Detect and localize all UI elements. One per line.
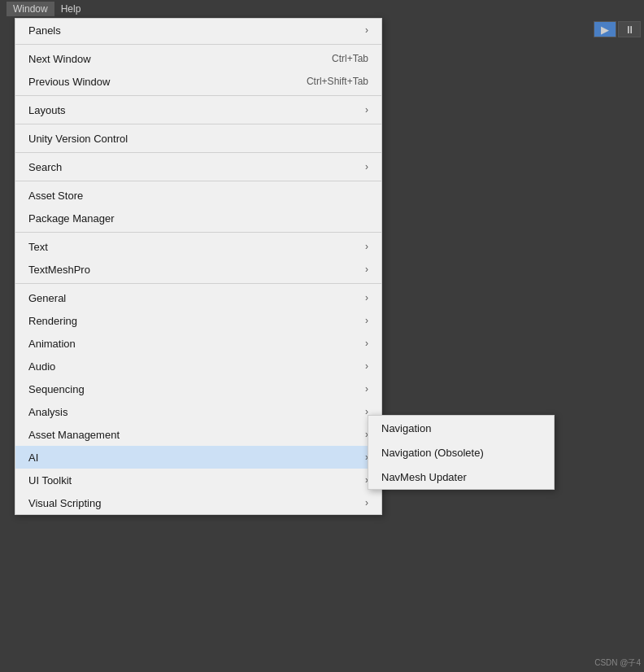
unity-version-control-label: Unity Version Control <box>28 133 368 145</box>
audio-arrow-icon: › <box>365 360 368 372</box>
play-button[interactable]: ▶ <box>594 21 616 37</box>
animation-label: Animation <box>28 338 359 350</box>
menu-item-analysis[interactable]: Analysis › <box>15 400 381 423</box>
menu-item-previous-window[interactable]: Previous Window Ctrl+Shift+Tab <box>15 70 381 93</box>
divider-2 <box>15 95 381 96</box>
ai-label: AI <box>28 452 359 464</box>
textmeshpro-label: TextMeshPro <box>28 264 359 276</box>
package-manager-label: Package Manager <box>28 212 368 225</box>
animation-arrow-icon: › <box>365 338 368 349</box>
audio-label: Audio <box>28 360 359 373</box>
next-window-label: Next Window <box>28 53 299 65</box>
menu-item-panels[interactable]: Panels › <box>15 19 381 41</box>
layouts-arrow-icon: › <box>365 104 368 116</box>
menu-item-unity-version-control[interactable]: Unity Version Control <box>15 127 381 150</box>
general-label: General <box>28 292 359 304</box>
window-dropdown-menu: Panels › Next Window Ctrl+Tab Previous W… <box>15 18 382 515</box>
top-menubar: Window Help <box>0 0 644 18</box>
ai-submenu: Navigation Navigation (Obsolete) NavMesh… <box>368 415 555 490</box>
menu-item-next-window[interactable]: Next Window Ctrl+Tab <box>15 47 381 70</box>
menu-item-textmeshpro[interactable]: TextMeshPro › <box>15 258 381 281</box>
previous-window-shortcut: Ctrl+Shift+Tab <box>307 76 368 87</box>
divider-6 <box>15 232 381 233</box>
menu-item-text[interactable]: Text › <box>15 235 381 258</box>
navigation-label: Navigation <box>381 422 541 434</box>
visual-scripting-arrow-icon: › <box>365 497 368 508</box>
divider-4 <box>15 152 381 153</box>
sequencing-label: Sequencing <box>28 383 359 395</box>
menu-item-visual-scripting[interactable]: Visual Scripting › <box>15 491 381 514</box>
text-arrow-icon: › <box>365 241 368 252</box>
asset-management-label: Asset Management <box>28 429 359 441</box>
submenu-item-navigation[interactable]: Navigation <box>368 416 554 440</box>
visual-scripting-label: Visual Scripting <box>28 497 359 509</box>
divider-1 <box>15 44 381 45</box>
general-arrow-icon: › <box>365 292 368 303</box>
menu-item-panels-label: Panels <box>28 24 359 37</box>
menu-item-rendering[interactable]: Rendering › <box>15 309 381 332</box>
sequencing-arrow-icon: › <box>365 383 368 395</box>
submenu-item-navigation-obsolete[interactable]: Navigation (Obsolete) <box>368 440 554 465</box>
menu-item-animation[interactable]: Animation › <box>15 332 381 355</box>
menu-item-asset-store[interactable]: Asset Store <box>15 184 381 207</box>
analysis-label: Analysis <box>28 406 359 418</box>
textmeshpro-arrow-icon: › <box>365 264 368 275</box>
pause-button[interactable]: ⏸ <box>618 21 641 37</box>
layouts-label: Layouts <box>28 104 359 116</box>
menu-item-ui-toolkit[interactable]: UI Toolkit › <box>15 469 381 491</box>
previous-window-label: Previous Window <box>28 76 274 88</box>
menu-item-package-manager[interactable]: Package Manager <box>15 207 381 229</box>
menu-bar-window[interactable]: Window <box>7 2 54 16</box>
watermark: CSDN @子4 <box>594 657 641 669</box>
navmesh-updater-label: NavMesh Updater <box>381 471 541 483</box>
ui-toolkit-label: UI Toolkit <box>28 474 359 487</box>
divider-7 <box>15 283 381 284</box>
search-arrow-icon: › <box>365 161 368 172</box>
menu-item-sequencing[interactable]: Sequencing › <box>15 377 381 400</box>
toolbar: ▶ ⏸ <box>590 18 644 41</box>
menu-item-asset-management[interactable]: Asset Management › <box>15 423 381 446</box>
divider-3 <box>15 124 381 124</box>
menu-item-ai[interactable]: AI › <box>15 446 381 469</box>
rendering-arrow-icon: › <box>365 315 368 326</box>
submenu-item-navmesh-updater[interactable]: NavMesh Updater <box>368 465 554 489</box>
text-label: Text <box>28 241 359 253</box>
asset-store-label: Asset Store <box>28 190 368 202</box>
rendering-label: Rendering <box>28 315 359 327</box>
menu-bar-help[interactable]: Help <box>54 2 88 16</box>
divider-5 <box>15 181 381 181</box>
search-label: Search <box>28 161 359 173</box>
menu-item-search[interactable]: Search › <box>15 155 381 178</box>
panels-arrow-icon: › <box>365 24 368 36</box>
menu-item-audio[interactable]: Audio › <box>15 355 381 377</box>
menu-item-layouts[interactable]: Layouts › <box>15 98 381 121</box>
next-window-shortcut: Ctrl+Tab <box>332 53 368 64</box>
menu-item-general[interactable]: General › <box>15 286 381 309</box>
navigation-obsolete-label: Navigation (Obsolete) <box>381 447 541 459</box>
